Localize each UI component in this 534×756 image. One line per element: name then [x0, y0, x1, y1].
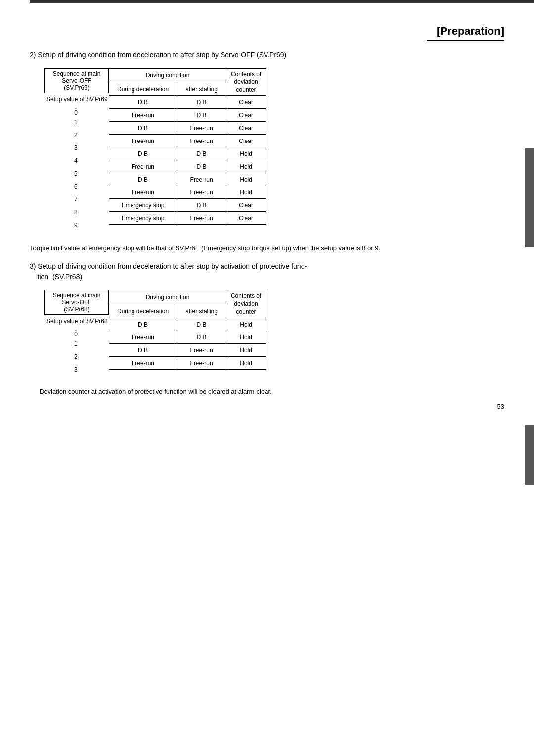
setup-label-2: Setup value of SV.Pr68 — [44, 315, 109, 325]
during-decel-header-1: During deceleration — [109, 82, 177, 96]
row-number: 3 — [74, 363, 109, 376]
table-row: D BFree-runHold — [109, 344, 266, 357]
table-row: D BD BClear — [109, 96, 266, 109]
seq-header-box-1: Sequence at main Servo-OFF (SV.Pr69) — [44, 68, 109, 93]
table-row: Free-runD BHold — [109, 331, 266, 344]
table-row: Emergency stopD BClear — [109, 199, 266, 212]
table-row: Emergency stopFree-runClear — [109, 212, 266, 225]
table-row: Free-runFree-runHold — [109, 186, 266, 199]
title-bar: [Preparation] — [30, 20, 504, 41]
section2-diagram: Sequence at main Servo-OFF (SV.Pr69) Set… — [30, 68, 504, 232]
page-number: 53 — [497, 403, 504, 410]
row-number: 5 — [74, 167, 109, 180]
row-number: 7 — [74, 193, 109, 206]
row-number: 6 — [74, 180, 109, 193]
row-number: 1 — [74, 337, 109, 350]
section2-right-table: Driving condition Contents of deviation … — [109, 68, 266, 225]
row-number: 8 — [74, 206, 109, 219]
table-row: D BD BHold — [109, 318, 266, 331]
row-number: 2 — [74, 129, 109, 142]
table-row: Free-runFree-runClear — [109, 135, 266, 147]
driving-cond-header-2: Driving condition — [109, 290, 226, 304]
section3-heading: 3) Setup of driving condition from decel… — [30, 261, 504, 282]
row-number: 9 — [74, 219, 109, 232]
during-decel-header-2: During deceleration — [109, 304, 177, 318]
header-accent — [30, 0, 534, 3]
section3-right-table: Driving condition Contents of deviation … — [109, 290, 266, 370]
right-tab-1 — [525, 148, 534, 247]
row-number: 4 — [74, 154, 109, 167]
page-title: [Preparation] — [427, 25, 504, 41]
table-row: Free-runFree-runHold — [109, 357, 266, 370]
right-tab-2 — [525, 425, 534, 485]
after-stall-header-2: after stalling — [177, 304, 226, 318]
after-stall-header-1: after stalling — [177, 82, 226, 96]
table-row: D BD BHold — [109, 147, 266, 160]
section3-diagram: Sequence at main Servo-OFF (SV.Pr68) Set… — [30, 290, 504, 376]
contents-header-2: Contents of deviation counter — [226, 290, 266, 318]
row-number: 2 — [74, 350, 109, 363]
table-row: D BFree-runHold — [109, 173, 266, 186]
driving-cond-header-1: Driving condition — [109, 68, 226, 82]
seq-header-box-2: Sequence at main Servo-OFF (SV.Pr68) — [44, 290, 109, 315]
contents-header-1: Contents of deviation counter — [226, 68, 266, 96]
setup-label-1: Setup value of SV.Pr69 — [44, 93, 109, 103]
table-row: D BFree-runClear — [109, 122, 266, 135]
page-container: [Preparation] 2) Setup of driving condit… — [0, 0, 534, 425]
section2-heading: 2) Setup of driving condition from decel… — [30, 50, 504, 60]
note-text: Torque limit value at emergency stop wil… — [30, 243, 504, 254]
row-number: 3 — [74, 142, 109, 154]
row-number: 1 — [74, 116, 109, 129]
table-row: Free-runD BHold — [109, 160, 266, 173]
bottom-note: Deviation counter at activation of prote… — [40, 388, 504, 395]
table-row: Free-runD BClear — [109, 109, 266, 122]
